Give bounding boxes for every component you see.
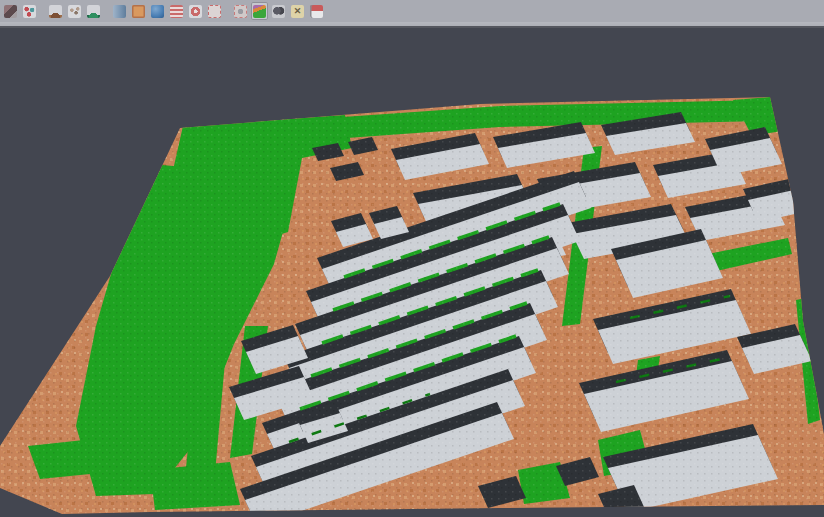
- target-circle-icon: [189, 5, 202, 18]
- dem-green-icon[interactable]: [85, 2, 102, 20]
- classified-view-icon[interactable]: [251, 2, 268, 20]
- point-cloud-icon: [4, 5, 17, 18]
- point-cloud-icon[interactable]: [2, 2, 19, 20]
- sparse-cloud-icon: [68, 5, 81, 18]
- markers-icon[interactable]: [21, 2, 38, 20]
- red-layers-icon[interactable]: [168, 2, 185, 20]
- toolbar-separator: [40, 2, 45, 20]
- selection-brackets-icon[interactable]: [206, 2, 223, 20]
- region-box-icon[interactable]: [232, 2, 249, 20]
- classified-view-icon: [253, 5, 266, 18]
- texture-square-icon[interactable]: [130, 2, 147, 20]
- 3d-model-render: [0, 28, 824, 517]
- selection-brackets-icon: [208, 5, 221, 18]
- terrain-model: [0, 28, 824, 517]
- 3d-viewport[interactable]: [0, 28, 824, 517]
- application-window: ✕: [0, 0, 824, 517]
- markers-icon: [23, 5, 36, 18]
- cameras-icon[interactable]: [270, 2, 287, 20]
- dem-green-icon: [87, 5, 100, 18]
- toolbar-separator: [104, 2, 109, 20]
- globe-icon: [151, 5, 164, 18]
- toolbar-separator: [225, 2, 230, 20]
- prism-model-icon: [113, 5, 126, 18]
- red-layers-icon: [170, 5, 183, 18]
- cameras-icon: [272, 5, 285, 18]
- grain-overlay: [0, 28, 824, 517]
- globe-icon[interactable]: [149, 2, 166, 20]
- prism-model-icon[interactable]: [111, 2, 128, 20]
- disabled-markers-icon[interactable]: ✕: [289, 2, 306, 20]
- toolbar: ✕: [0, 0, 824, 22]
- disabled-markers-icon: ✕: [291, 5, 304, 18]
- dem-brown-icon[interactable]: [47, 2, 64, 20]
- region-box-icon: [234, 5, 247, 18]
- flag-icon[interactable]: [308, 2, 325, 20]
- texture-square-icon: [132, 5, 145, 18]
- dem-brown-icon: [49, 5, 62, 18]
- target-circle-icon[interactable]: [187, 2, 204, 20]
- sparse-cloud-icon[interactable]: [66, 2, 83, 20]
- flag-icon: [310, 5, 323, 18]
